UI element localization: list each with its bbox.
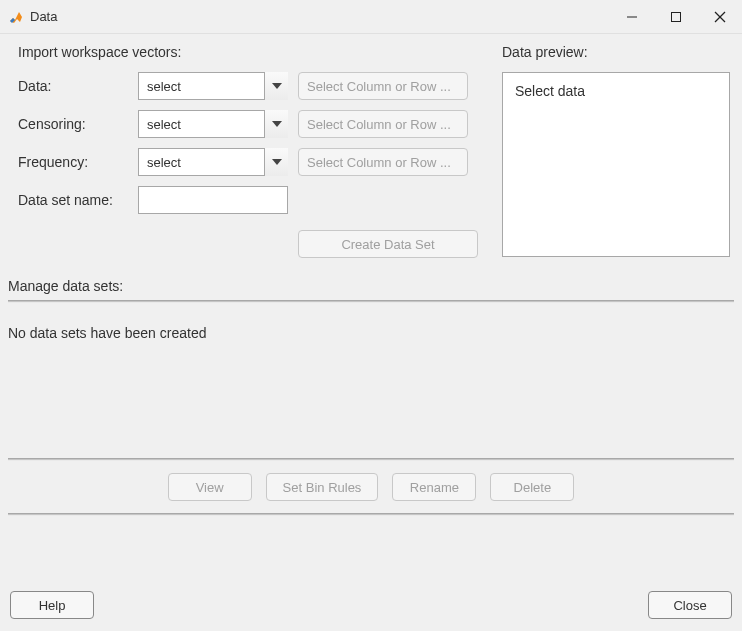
- view-button: View: [168, 473, 252, 501]
- help-button[interactable]: Help: [10, 591, 94, 619]
- close-window-button[interactable]: [698, 0, 742, 34]
- chevron-down-icon: [264, 148, 288, 176]
- dataset-name-input[interactable]: [138, 186, 288, 214]
- svg-marker-6: [272, 159, 282, 165]
- data-select-column-row-button: Select Column or Row ...: [298, 72, 468, 100]
- rename-button: Rename: [392, 473, 476, 501]
- footer: Help Close: [0, 581, 742, 631]
- matlab-icon: [8, 9, 24, 25]
- frequency-label: Frequency:: [18, 154, 138, 170]
- dialog-content: Import workspace vectors: Data: select S…: [0, 34, 742, 516]
- create-data-set-button: Create Data Set: [298, 230, 478, 258]
- svg-rect-1: [672, 12, 681, 21]
- censoring-row: Censoring: select Select Column or Row .…: [12, 110, 492, 138]
- data-label: Data:: [18, 78, 138, 94]
- import-heading: Import workspace vectors:: [12, 44, 492, 60]
- censoring-select-column-row-button: Select Column or Row ...: [298, 110, 468, 138]
- data-preview-box: Select data: [502, 72, 730, 257]
- delete-button: Delete: [490, 473, 574, 501]
- chevron-down-icon: [264, 110, 288, 138]
- datasets-list: No data sets have been created: [8, 303, 734, 458]
- dataset-name-row: Data set name:: [12, 186, 492, 214]
- svg-marker-4: [272, 83, 282, 89]
- dataset-name-label: Data set name:: [18, 192, 138, 208]
- window-title: Data: [30, 9, 57, 24]
- close-button[interactable]: Close: [648, 591, 732, 619]
- create-button-row: Create Data Set: [12, 230, 492, 258]
- preview-content: Select data: [515, 83, 585, 99]
- maximize-button[interactable]: [654, 0, 698, 34]
- data-row: Data: select Select Column or Row ...: [12, 72, 492, 100]
- manage-section: Manage data sets: No data sets have been…: [0, 258, 742, 516]
- censoring-label: Censoring:: [18, 116, 138, 132]
- import-section: Import workspace vectors: Data: select S…: [0, 34, 742, 258]
- preview-heading: Data preview:: [502, 44, 730, 60]
- svg-marker-5: [272, 121, 282, 127]
- divider: [8, 513, 734, 516]
- censoring-select[interactable]: select: [138, 110, 288, 138]
- datasets-empty-text: No data sets have been created: [8, 325, 206, 341]
- data-select[interactable]: select: [138, 72, 288, 100]
- minimize-button[interactable]: [610, 0, 654, 34]
- chevron-down-icon: [264, 72, 288, 100]
- titlebar: Data: [0, 0, 742, 34]
- set-bin-rules-button: Set Bin Rules: [266, 473, 379, 501]
- manage-buttons-row: View Set Bin Rules Rename Delete: [8, 461, 734, 513]
- frequency-select[interactable]: select: [138, 148, 288, 176]
- frequency-row: Frequency: select Select Column or Row .…: [12, 148, 492, 176]
- frequency-select-column-row-button: Select Column or Row ...: [298, 148, 468, 176]
- manage-heading: Manage data sets:: [8, 278, 734, 294]
